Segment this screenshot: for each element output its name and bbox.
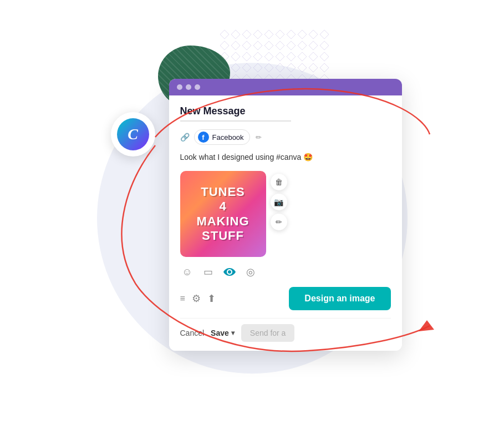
emoji-icon[interactable]: ☺ (180, 265, 195, 279)
footer-row: Cancel Save ▾ Send for a (180, 318, 391, 342)
facebook-row: 🔗 f Facebook ✏ (180, 129, 391, 145)
side-actions: 🗑 📷 ✏ (271, 174, 287, 230)
location-icon[interactable]: ◎ (243, 265, 258, 279)
browser-dot-1 (177, 84, 182, 90)
delete-button[interactable]: 🗑 (271, 174, 287, 190)
camera-button[interactable]: 📷 (271, 194, 287, 210)
browser-dot-2 (186, 84, 191, 90)
scene: C New Message 🔗 f Facebook (58, 18, 446, 406)
cancel-button[interactable]: Cancel (180, 329, 205, 337)
facebook-badge[interactable]: f Facebook (194, 129, 250, 145)
send-button[interactable]: Send for a (241, 324, 295, 342)
svg-marker-2 (419, 320, 434, 331)
message-title: New Message (180, 105, 391, 117)
save-button[interactable]: Save ▾ (211, 329, 235, 337)
browser-titlebar (169, 79, 402, 95)
browser-content: New Message 🔗 f Facebook ✏ Look what I d… (169, 95, 402, 351)
attachment-image: TUNES4MAKINGSTUFF (180, 171, 266, 257)
toolbar-row: ☺ ▭ ◎ (180, 265, 391, 279)
align-icon[interactable]: ≡ (180, 294, 185, 304)
facebook-icon: f (198, 132, 209, 143)
link-icon-left[interactable]: 🔗 (180, 133, 190, 142)
share-icon[interactable]: ⬆ (207, 292, 216, 305)
edit-icon-fb[interactable]: ✏ (256, 133, 262, 142)
canva-letter: C (128, 125, 138, 143)
message-text: Look what I designed using #canva 🤩 (180, 152, 391, 163)
eye-icon[interactable] (222, 265, 237, 279)
save-label: Save (211, 329, 229, 337)
canva-logo: C (111, 112, 155, 157)
edit-button[interactable]: ✏ (271, 214, 287, 230)
browser-card: New Message 🔗 f Facebook ✏ Look what I d… (169, 79, 402, 351)
save-chevron-icon: ▾ (231, 329, 235, 337)
design-an-image-button[interactable]: Design an image (289, 287, 390, 310)
layout-icon[interactable]: ▭ (201, 265, 216, 279)
title-underline (180, 120, 291, 122)
facebook-label: Facebook (212, 133, 244, 142)
bottom-row: ≡ ⚙ ⬆ Design an image (180, 287, 391, 310)
browser-dot-3 (195, 84, 200, 90)
tunes-text: TUNES4MAKINGSTUFF (192, 180, 253, 248)
canva-logo-inner: C (117, 118, 149, 150)
settings-icon[interactable]: ⚙ (192, 292, 201, 305)
image-attachment: TUNES4MAKINGSTUFF 🗑 📷 ✏ (180, 171, 266, 257)
